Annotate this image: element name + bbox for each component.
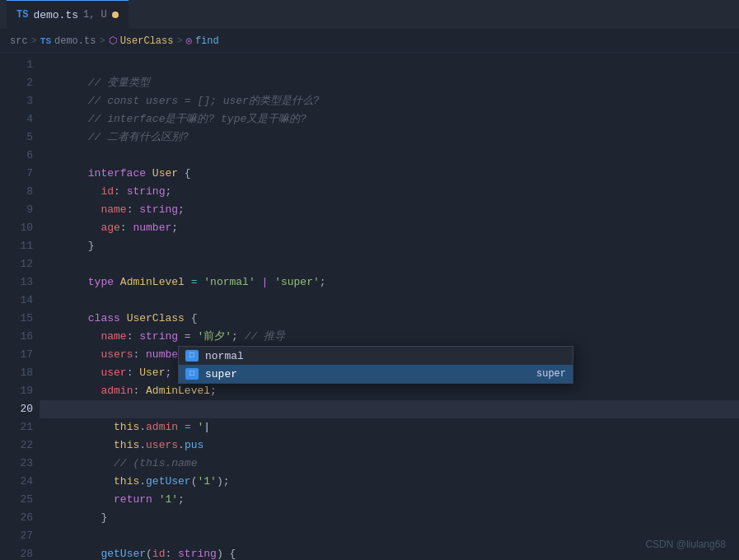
line-numbers: 1 2 3 4 5 6 7 8 9 10 11 12 13 14 15 16 1… bbox=[0, 53, 40, 560]
ln-1: 1 bbox=[0, 56, 33, 74]
code-line-11 bbox=[40, 237, 739, 255]
ln-21: 21 bbox=[0, 418, 33, 436]
autocomplete-item-normal[interactable]: □ normal bbox=[179, 347, 573, 365]
ln-17: 17 bbox=[0, 346, 33, 364]
ln-24: 24 bbox=[0, 473, 33, 491]
code-line-14: class UserClass { bbox=[40, 292, 739, 310]
ln-3: 3 bbox=[0, 92, 33, 110]
tab-unsaved-dot bbox=[112, 12, 119, 18]
ln-12: 12 bbox=[0, 255, 33, 273]
code-line-3: // interface是干嘛的? type又是干嘛的? bbox=[40, 92, 739, 110]
code-line-2: // const users = []; user的类型是什么? bbox=[40, 74, 739, 92]
code-line-28: const user = this.find(); bbox=[40, 545, 739, 560]
code-line-12: type AdminLevel = 'normal' | 'super'; bbox=[40, 255, 739, 273]
bc-filename: demo.ts bbox=[54, 35, 96, 47]
code-line-21: this.users.pus bbox=[40, 418, 739, 436]
code-line-8: name: string; bbox=[40, 183, 739, 201]
bc-class-icon: ⬡ bbox=[109, 35, 117, 47]
code-line-13 bbox=[40, 273, 739, 292]
code-line-19: find(): string { bbox=[40, 382, 739, 400]
code-line-27: getUser(id: string) { bbox=[40, 527, 739, 545]
ac-label-super: super bbox=[205, 368, 530, 380]
code-line-7: id: string; bbox=[40, 165, 739, 183]
code-line-4: // 二者有什么区别? bbox=[40, 110, 739, 128]
ln-23: 23 bbox=[0, 455, 33, 473]
ln-11: 11 bbox=[0, 237, 33, 255]
tab-bar: TS demo.ts 1, U bbox=[0, 0, 739, 30]
ln-14: 14 bbox=[0, 292, 33, 310]
ln-4: 4 bbox=[0, 110, 33, 128]
code-line-6: interface User { bbox=[40, 147, 739, 165]
bc-method-name: find bbox=[195, 35, 219, 47]
ln-26: 26 bbox=[0, 509, 33, 527]
ln-16: 16 bbox=[0, 328, 33, 346]
ac-type-super: super bbox=[536, 368, 566, 380]
code-line-10: } bbox=[40, 219, 739, 237]
code-line-23: this.getUser('1'); bbox=[40, 455, 739, 473]
ln-19: 19 bbox=[0, 382, 33, 400]
ac-icon-super: □ bbox=[185, 368, 199, 380]
code-line-26 bbox=[40, 509, 739, 527]
ac-icon-normal: □ bbox=[185, 350, 199, 362]
bc-sep3: > bbox=[176, 35, 182, 47]
ln-27: 27 bbox=[0, 527, 33, 545]
ts-badge: TS bbox=[16, 9, 28, 21]
ln-22: 22 bbox=[0, 436, 33, 455]
ln-9: 9 bbox=[0, 201, 33, 219]
ln-13: 13 bbox=[0, 273, 33, 292]
ln-15: 15 bbox=[0, 310, 33, 328]
ac-label-normal: normal bbox=[205, 350, 566, 362]
ln-28: 28 bbox=[0, 545, 33, 560]
code-line-15: name: string = '前夕'; // 推导 bbox=[40, 310, 739, 328]
code-line-9: age: number; bbox=[40, 201, 739, 219]
bc-src: src bbox=[10, 35, 28, 47]
bc-method-icon: ◎ bbox=[186, 35, 192, 47]
code-line-25: } bbox=[40, 491, 739, 509]
bc-class-name: UserClass bbox=[120, 35, 174, 47]
ln-2: 2 bbox=[0, 74, 33, 92]
ln-20: 20 bbox=[0, 400, 33, 418]
ln-6: 6 bbox=[0, 147, 33, 165]
breadcrumb: src > TS demo.ts > ⬡ UserClass > ◎ find bbox=[0, 30, 739, 53]
bc-sep1: > bbox=[31, 35, 37, 47]
ln-8: 8 bbox=[0, 183, 33, 201]
editor: 1 2 3 4 5 6 7 8 9 10 11 12 13 14 15 16 1… bbox=[0, 53, 739, 560]
watermark: CSDN @liulang68 bbox=[645, 539, 726, 550]
code-line-20: this.admin = '| bbox=[40, 400, 739, 418]
ln-25: 25 bbox=[0, 491, 33, 509]
tab-modified: 1, U bbox=[83, 9, 107, 21]
code-content[interactable]: // 变量类型 // const users = []; user的类型是什么?… bbox=[40, 53, 739, 560]
ln-7: 7 bbox=[0, 165, 33, 183]
code-line-22: // (this.name bbox=[40, 436, 739, 455]
code-line-5 bbox=[40, 128, 739, 147]
code-line-1: // 变量类型 bbox=[40, 56, 739, 74]
autocomplete-dropdown[interactable]: □ normal □ super super bbox=[178, 346, 573, 384]
ln-10: 10 bbox=[0, 219, 33, 237]
ln-18: 18 bbox=[0, 364, 33, 382]
tab-demo-ts[interactable]: TS demo.ts 1, U bbox=[7, 0, 129, 30]
code-line-24: return '1'; bbox=[40, 473, 739, 491]
autocomplete-item-super[interactable]: □ super super bbox=[179, 365, 573, 383]
bc-ts-badge: TS bbox=[40, 36, 51, 46]
ln-5: 5 bbox=[0, 128, 33, 147]
bc-sep2: > bbox=[99, 35, 105, 47]
tab-filename: demo.ts bbox=[33, 9, 78, 21]
code-line-16: users: number[] = []; bbox=[40, 328, 739, 346]
